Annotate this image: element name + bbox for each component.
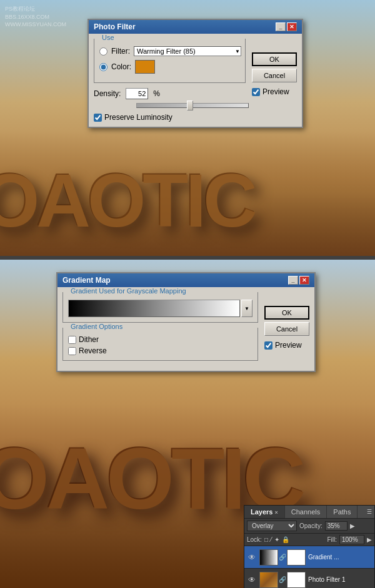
layer-visibility-photo-icon[interactable]: 👁 [247,575,257,585]
layer-row-photo-filter[interactable]: 👁 🔗 Photo Filter 1 [244,569,374,588]
use-group-label: Use [99,34,117,41]
ok-button[interactable]: OK [252,52,297,66]
color-label: Color: [111,62,131,71]
color-radio[interactable] [99,63,108,71]
fill-label: Fill: [327,536,337,543]
density-value: 52 [138,90,146,97]
dither-label: Dither [79,335,99,344]
gradient-map-dialog: Gradient Map _ ✕ Gradient Used for Grays… [56,272,316,372]
lock-label: Lock: [247,536,262,543]
gradient-preview[interactable] [68,300,240,317]
top-scene: PS教程论坛 BBS.16XX8.COM WWW.MISSYUAN.COM OA… [0,0,375,256]
reverse-checkbox[interactable] [68,347,76,355]
lock-fill-row: Lock: □ ∕ ✦ 🔒 Fill: ▶ [244,534,374,546]
preserve-luminosity-row: Preserve Luminosity [94,113,246,122]
photo-filter-buttons: OK Cancel Preview [252,52,297,96]
reverse-label: Reverse [79,346,107,355]
layers-tab-close[interactable]: × [275,509,278,516]
photo-filter-titlebar: Photo Filter _ ✕ [89,20,302,34]
fill-input[interactable] [339,535,364,544]
density-slider-container [94,103,246,108]
color-swatch[interactable] [135,60,155,74]
gradient-close-button[interactable]: ✕ [299,276,309,285]
gradient-grayscale-label: Gradient Used for Grayscale Mapping [68,287,189,295]
dither-row: Dither [68,335,252,344]
filter-radio[interactable] [99,47,108,56]
close-button[interactable]: ✕ [287,22,297,31]
gradient-layer-thumb [259,549,278,566]
layers-panel: Layers × Channels Paths ☰ Overlay Opacit… [244,505,375,588]
fill-arrow-icon[interactable]: ▶ [367,536,372,543]
photo-filter-body: Use Filter: Warming Filter (85) ▼ Color [89,34,302,127]
gradient-options-label: Gradient Options [68,323,125,330]
filter-radio-row: Filter: Warming Filter (85) ▼ [99,46,240,56]
cancel-button[interactable]: Cancel [252,69,297,82]
titlebar-controls: _ ✕ [276,22,297,31]
gradient-preview-row: Preview [264,341,309,350]
gradient-preview-row: ▼ [68,300,252,317]
watermark: PS教程论坛 BBS.16XX8.COM WWW.MISSYUAN.COM [5,5,66,29]
tab-layers[interactable]: Layers × [244,506,285,518]
lock-square-icon[interactable]: □ [264,536,268,543]
gradient-titlebar-controls: _ ✕ [288,276,309,285]
gradient-map-buttons: OK Cancel Preview [264,306,309,350]
minimize-button[interactable]: _ [276,22,286,31]
tab-channels[interactable]: Channels [285,506,327,518]
density-label: Density: [94,89,121,98]
gradient-preview-checkbox[interactable] [264,341,272,350]
panel-menu-button[interactable]: ☰ [364,507,374,516]
preserve-luminosity-checkbox[interactable] [94,114,102,122]
filter-select[interactable]: Warming Filter (85) [134,46,241,56]
filter-label: Filter: [111,47,130,56]
density-slider[interactable] [136,103,249,108]
photo-filter-layer-name: Photo Filter 1 [308,576,372,583]
gradient-ok-button[interactable]: OK [264,306,309,320]
opacity-label: Opacity: [299,522,322,529]
gradient-minimize-button[interactable]: _ [288,276,298,285]
bottom-scene: OAОТІС Gradient Map _ ✕ Gradient Used fo… [0,260,375,588]
reverse-row: Reverse [68,346,252,355]
photo-filter-layer-thumb [259,572,278,588]
gradient-cancel-button[interactable]: Cancel [264,322,309,336]
opacity-arrow-icon[interactable]: ▶ [350,522,355,529]
photo-thumb-wrap: 🔗 [259,572,306,588]
gradient-mask-thumb [287,549,306,566]
layer-row-gradient[interactable]: 👁 🔗 Gradient ... [244,546,374,569]
lock-move-icon[interactable]: ✦ [274,536,279,543]
scene-letters-top: OAОТІС [0,157,254,243]
gradient-map-titlebar: Gradient Map _ ✕ [58,273,314,287]
gradient-options-group: Gradient Options Dither Reverse [62,328,258,361]
opacity-input[interactable] [325,521,348,531]
preview-label: Preview [262,87,289,96]
layers-tabs-row: Layers × Channels Paths ☰ [244,506,374,519]
blend-mode-select[interactable]: Overlay [247,521,297,531]
gradient-layer-name: Gradient ... [308,554,372,561]
density-unit: % [153,89,160,98]
photo-chain-icon: 🔗 [279,572,286,588]
gradient-thumb-wrap: 🔗 [259,549,306,566]
density-value-box[interactable]: 52 [126,88,148,99]
photo-mask-thumb [287,572,306,588]
gradient-preview-label: Preview [275,341,302,350]
density-row: Density: 52 % [94,88,246,99]
lock-brush-icon[interactable]: ∕ [271,536,272,543]
photo-filter-dialog: Photo Filter _ ✕ Use Filter: Warming Fil… [88,19,303,128]
layer-visibility-gradient-icon[interactable]: 👁 [247,552,257,562]
density-slider-thumb[interactable] [187,100,193,110]
use-group: Use Filter: Warming Filter (85) ▼ Color [94,39,246,83]
lock-padlock-icon[interactable]: 🔒 [282,536,289,543]
color-radio-row: Color: [99,60,240,74]
blend-opacity-row: Overlay Opacity: ▶ [244,519,374,534]
preserve-luminosity-label: Preserve Luminosity [104,113,172,122]
gradient-dropdown-arrow-icon[interactable]: ▼ [241,300,252,317]
preview-row: Preview [252,87,297,96]
filter-select-wrapper: Warming Filter (85) ▼ [134,46,241,56]
tab-paths[interactable]: Paths [327,506,358,518]
gradient-map-body: Gradient Used for Grayscale Mapping ▼ Gr… [58,287,314,371]
gradient-grayscale-group: Gradient Used for Grayscale Mapping ▼ [62,292,258,323]
dither-checkbox[interactable] [68,336,76,344]
preview-checkbox[interactable] [252,88,260,96]
gradient-chain-icon: 🔗 [279,549,286,566]
photo-filter-title: Photo Filter [94,22,136,31]
gradient-map-title: Gradient Map [62,276,111,285]
